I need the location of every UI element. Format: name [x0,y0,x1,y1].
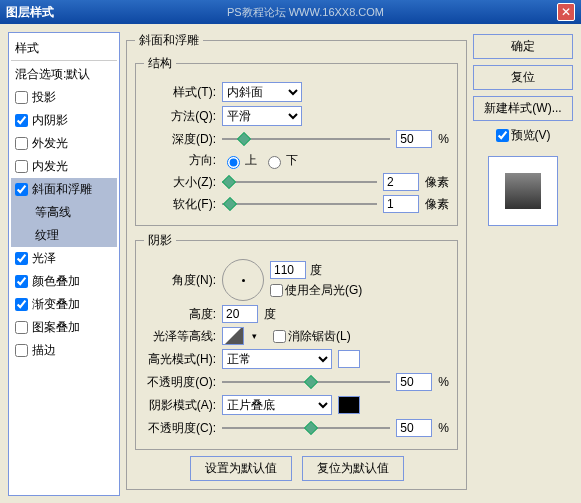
pattern-overlay-checkbox[interactable] [15,321,28,334]
style-outer-glow[interactable]: 外发光 [11,132,117,155]
gradient-overlay-checkbox[interactable] [15,298,28,311]
soften-slider[interactable] [222,197,377,211]
direction-label: 方向: [144,152,216,169]
window-title: 图层样式 [6,4,54,21]
style-label: 样式(T): [144,84,216,101]
style-satin[interactable]: 光泽 [11,247,117,270]
highlight-opacity-input[interactable] [396,373,432,391]
shadow-opacity-slider[interactable] [222,421,390,435]
style-sub-contour[interactable]: 等高线 [11,201,117,224]
style-sub-texture[interactable]: 纹理 [11,224,117,247]
shadow-color-swatch[interactable] [338,396,360,414]
styles-header: 样式 [11,37,117,61]
size-unit: 像素 [425,174,449,191]
bevel-checkbox[interactable] [15,183,28,196]
reset-default-button[interactable]: 复位为默认值 [302,456,404,481]
bevel-fieldset: 斜面和浮雕 结构 样式(T): 内斜面 方法(Q): 平滑 深度(D): % [126,32,467,490]
shadow-opacity-unit: % [438,421,449,435]
preview-toggle[interactable]: 预览(V) [473,127,573,144]
highlight-opacity-unit: % [438,375,449,389]
color-overlay-checkbox[interactable] [15,275,28,288]
stroke-checkbox[interactable] [15,344,28,357]
structure-fieldset: 结构 样式(T): 内斜面 方法(Q): 平滑 深度(D): % 方向: [135,55,458,226]
inner-glow-checkbox[interactable] [15,160,28,173]
angle-input[interactable] [270,261,306,279]
new-style-button[interactable]: 新建样式(W)... [473,96,573,121]
gloss-contour-label: 光泽等高线: [144,328,216,345]
depth-label: 深度(D): [144,131,216,148]
highlight-mode-select[interactable]: 正常 [222,349,332,369]
size-label: 大小(Z): [144,174,216,191]
angle-label: 角度(N): [144,272,216,289]
angle-unit: 度 [310,262,322,279]
close-button[interactable]: ✕ [557,3,575,21]
shadow-opacity-label: 不透明度(C): [144,420,216,437]
shading-fieldset: 阴影 角度(N): 度 使用全局光(G) 高度: 度 [135,232,458,450]
shading-legend: 阴影 [144,232,176,249]
highlight-mode-label: 高光模式(H): [144,351,216,368]
style-gradient-overlay[interactable]: 渐变叠加 [11,293,117,316]
size-input[interactable] [383,173,419,191]
style-pattern-overlay[interactable]: 图案叠加 [11,316,117,339]
highlight-color-swatch[interactable] [338,350,360,368]
soften-input[interactable] [383,195,419,213]
gloss-contour-picker[interactable] [222,327,244,345]
highlight-opacity-label: 不透明度(O): [144,374,216,391]
style-bevel-emboss[interactable]: 斜面和浮雕 [11,178,117,201]
gloss-contour-arrow-icon[interactable]: ▾ [250,331,259,341]
soften-label: 软化(F): [144,196,216,213]
technique-select[interactable]: 平滑 [222,106,302,126]
blend-options-default[interactable]: 混合选项:默认 [11,63,117,86]
depth-slider[interactable] [222,132,390,146]
altitude-label: 高度: [144,306,216,323]
shadow-opacity-input[interactable] [396,419,432,437]
highlight-opacity-slider[interactable] [222,375,390,389]
shadow-mode-select[interactable]: 正片叠底 [222,395,332,415]
action-panel: 确定 复位 新建样式(W)... 预览(V) [473,32,573,496]
style-color-overlay[interactable]: 颜色叠加 [11,270,117,293]
soften-unit: 像素 [425,196,449,213]
antialias[interactable]: 消除锯齿(L) [273,328,351,345]
altitude-unit: 度 [264,306,276,323]
shadow-mode-label: 阴影模式(A): [144,397,216,414]
style-drop-shadow[interactable]: 投影 [11,86,117,109]
preview-box [488,156,558,226]
direction-up[interactable]: 上 [222,152,257,169]
style-inner-shadow[interactable]: 内阴影 [11,109,117,132]
global-light[interactable]: 使用全局光(G) [270,282,362,299]
settings-panel: 斜面和浮雕 结构 样式(T): 内斜面 方法(Q): 平滑 深度(D): % [126,32,467,496]
cancel-button[interactable]: 复位 [473,65,573,90]
styles-list: 样式 混合选项:默认 投影 内阴影 外发光 内发光 斜面和浮雕 等高线 纹理 光… [8,32,120,496]
depth-unit: % [438,132,449,146]
ok-button[interactable]: 确定 [473,34,573,59]
style-select[interactable]: 内斜面 [222,82,302,102]
watermark-text: PS教程论坛 WWW.16XX8.COM [227,5,384,20]
preview-swatch [505,173,541,209]
size-slider[interactable] [222,175,377,189]
outer-glow-checkbox[interactable] [15,137,28,150]
satin-checkbox[interactable] [15,252,28,265]
titlebar: 图层样式 PS教程论坛 WWW.16XX8.COM ✕ [0,0,581,24]
style-inner-glow[interactable]: 内发光 [11,155,117,178]
technique-label: 方法(Q): [144,108,216,125]
inner-shadow-checkbox[interactable] [15,114,28,127]
angle-dial[interactable] [222,259,264,301]
direction-down[interactable]: 下 [263,152,298,169]
bevel-legend: 斜面和浮雕 [135,32,203,49]
make-default-button[interactable]: 设置为默认值 [190,456,292,481]
drop-shadow-checkbox[interactable] [15,91,28,104]
altitude-input[interactable] [222,305,258,323]
depth-input[interactable] [396,130,432,148]
structure-legend: 结构 [144,55,176,72]
style-stroke[interactable]: 描边 [11,339,117,362]
